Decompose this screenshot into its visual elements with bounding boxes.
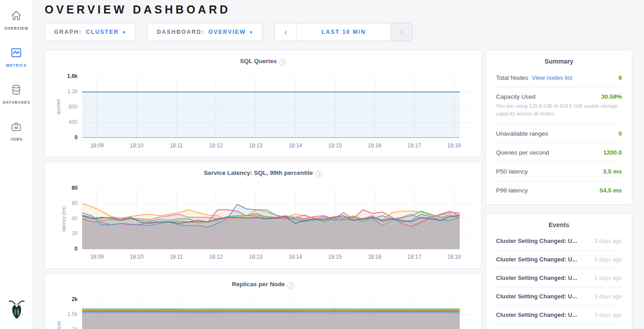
y-tick-label: 60 bbox=[72, 200, 78, 206]
sidebar-item-databases[interactable]: DATABASES bbox=[3, 82, 30, 111]
chart-canvas[interactable] bbox=[82, 77, 473, 138]
chart-title-text: SQL Queries bbox=[240, 58, 277, 64]
chart-title-service-latency: Service Latency: SQL, 99th percentilei bbox=[53, 169, 473, 178]
sidebar-item-jobs[interactable]: JOBS bbox=[3, 119, 30, 148]
event-name: Cluster Setting Changed: U... bbox=[496, 238, 577, 244]
x-tick-label: 18:14 bbox=[282, 254, 309, 260]
event-name: Cluster Setting Changed: U... bbox=[496, 274, 577, 281]
event-name: Cluster Setting Changed: U... bbox=[496, 256, 577, 263]
summary-row-label: P50 latency bbox=[496, 168, 528, 175]
x-tick-label: 18:11 bbox=[163, 142, 190, 149]
y-axis-label: replicas bbox=[56, 321, 61, 329]
sidebar-item-label: OVERVIEW bbox=[5, 26, 29, 31]
sidebar-item-label: DATABASES bbox=[3, 100, 30, 105]
chart-title-text: Replicas per Node bbox=[232, 281, 285, 288]
sidebar: OVERVIEWMETRICSDATABASESJOBS bbox=[0, 0, 33, 329]
chart-canvas[interactable] bbox=[82, 188, 473, 249]
summary-row-value: 3.5 ms bbox=[603, 168, 622, 175]
x-tick-label: 18:13 bbox=[242, 254, 269, 260]
time-range-value[interactable]: LAST 10 MIN bbox=[297, 23, 390, 41]
x-tick-label: 18:16 bbox=[361, 142, 388, 149]
x-axis: 18:0918:1018:1118:1218:1318:1418:1518:16… bbox=[82, 141, 473, 151]
chart-canvas[interactable] bbox=[82, 300, 473, 329]
main-content: OVERVIEW DASHBOARD GRAPH: CLUSTER ▾ DASH… bbox=[33, 0, 644, 329]
chart-plot-service-latency[interactable]: 020406080latency (ms)18:0918:1018:1118:1… bbox=[53, 188, 473, 262]
chart-panel-service-latency: Service Latency: SQL, 99th percentilei 0… bbox=[45, 162, 482, 269]
chart-plot-sql-queries[interactable]: 04008001.2k1.6kqueries18:0918:1018:1118:… bbox=[53, 77, 473, 151]
metrics-icon bbox=[10, 47, 22, 60]
event-row[interactable]: Cluster Setting Changed: U...3 days ago bbox=[496, 232, 622, 250]
x-tick-label: 18:10 bbox=[123, 142, 150, 149]
view-nodes-link[interactable]: View nodes list bbox=[532, 74, 572, 81]
sidebar-item-overview[interactable]: OVERVIEW bbox=[3, 8, 30, 37]
time-prev-button[interactable]: ‹ bbox=[275, 23, 297, 41]
charts-column: SQL Queriesi 04008001.2k1.6kqueries18:09… bbox=[45, 50, 482, 329]
event-row[interactable]: Cluster Setting Changed: U...3 days ago bbox=[496, 306, 622, 324]
x-tick-label: 18:10 bbox=[123, 254, 150, 260]
y-tick-label: 2k bbox=[72, 296, 78, 302]
controls-row: GRAPH: CLUSTER ▾ DASHBOARD: OVERVIEW ▾ ‹… bbox=[45, 23, 633, 41]
sidebar-item-metrics[interactable]: METRICS bbox=[3, 45, 30, 74]
x-tick-label: 18:11 bbox=[163, 254, 190, 260]
summary-panel: Summary Total NodesView nodes list6Capac… bbox=[486, 50, 632, 205]
chart-title-replicas-per-node: Replicas per Nodei bbox=[53, 281, 473, 289]
x-tick-label: 18:18 bbox=[440, 254, 468, 260]
chart-panel-sql-queries: SQL Queriesi 04008001.2k1.6kqueries18:09… bbox=[45, 50, 482, 157]
cockroach-bug-icon bbox=[7, 298, 27, 320]
chevron-down-icon: ▾ bbox=[250, 30, 253, 35]
x-tick-label: 18:17 bbox=[401, 254, 428, 260]
summary-row-label: Queries per second bbox=[496, 149, 549, 156]
summary-row: Queries per second1200.0 bbox=[496, 143, 622, 162]
event-name: Cluster Setting Changed: U... bbox=[496, 311, 577, 318]
info-icon[interactable]: i bbox=[315, 171, 322, 178]
event-row[interactable]: Cluster Setting Changed: U...3 days ago bbox=[496, 269, 622, 287]
chart-title-sql-queries: SQL Queriesi bbox=[53, 58, 473, 66]
graph-dropdown-value: CLUSTER bbox=[86, 29, 119, 35]
event-row[interactable]: Cluster Setting Changed: U...3 days ago bbox=[496, 250, 622, 269]
time-next-button[interactable]: › bbox=[390, 23, 412, 41]
summary-row-label: Total Nodes bbox=[496, 74, 528, 81]
x-axis: 18:0918:1018:1118:1218:1318:1418:1518:16… bbox=[82, 252, 473, 262]
dashboard-dropdown-value: OVERVIEW bbox=[208, 29, 246, 35]
y-tick-label: 1.5k bbox=[67, 311, 78, 317]
y-tick-label: 1k bbox=[72, 326, 78, 329]
dashboard-dropdown[interactable]: DASHBOARD: OVERVIEW ▾ bbox=[147, 23, 263, 41]
cockroach-logo[interactable] bbox=[7, 298, 27, 322]
x-tick-label: 18:17 bbox=[401, 142, 428, 149]
y-tick-label: 0 bbox=[74, 246, 78, 252]
events-title: Events bbox=[496, 221, 622, 228]
summary-row-value: 30.59% bbox=[601, 93, 622, 100]
event-row[interactable]: Cluster Setting Changed: U...3 days ago bbox=[496, 287, 622, 306]
page-title: OVERVIEW DASHBOARD bbox=[45, 0, 633, 16]
sidebar-item-label: METRICS bbox=[6, 63, 27, 68]
graph-dropdown[interactable]: GRAPH: CLUSTER ▾ bbox=[45, 23, 135, 41]
summary-row-value: 54.5 ms bbox=[599, 187, 622, 194]
x-tick-label: 18:18 bbox=[440, 142, 468, 149]
chart-plot-replicas-per-node[interactable]: 05001k1.5k2kreplicas18:0918:1018:1118:12… bbox=[53, 300, 473, 329]
x-tick-label: 18:16 bbox=[361, 254, 388, 260]
info-icon[interactable]: i bbox=[279, 59, 286, 66]
summary-row: P99 latency54.5 ms bbox=[496, 181, 622, 200]
right-column: Summary Total NodesView nodes list6Capac… bbox=[486, 50, 632, 329]
databases-icon bbox=[10, 84, 22, 97]
y-tick-label: 80 bbox=[72, 185, 78, 191]
event-time: 3 days ago bbox=[589, 275, 622, 281]
chevron-down-icon: ▾ bbox=[123, 30, 126, 35]
info-icon[interactable]: i bbox=[287, 282, 294, 289]
x-tick-label: 18:12 bbox=[203, 254, 230, 260]
x-tick-label: 18:12 bbox=[203, 142, 230, 149]
y-tick-label: 0 bbox=[74, 134, 78, 141]
x-tick-label: 18:15 bbox=[321, 254, 348, 260]
event-time: 3 days ago bbox=[589, 256, 622, 263]
summary-row-label: Unavailable ranges bbox=[496, 130, 548, 137]
event-time: 3 days ago bbox=[589, 238, 622, 244]
summary-row-value: 0 bbox=[618, 130, 622, 137]
y-axis-label: latency (ms) bbox=[61, 206, 66, 231]
home-icon bbox=[10, 10, 22, 23]
y-tick-label: 40 bbox=[72, 215, 78, 222]
dashboard-dropdown-label: DASHBOARD: bbox=[157, 29, 204, 35]
time-range-selector: ‹ LAST 10 MIN › bbox=[274, 23, 412, 41]
summary-row-value: 6 bbox=[618, 74, 622, 81]
event-row[interactable]: Cluster Setting Changed: U...3 days ago bbox=[496, 324, 622, 329]
events-panel: Events Cluster Setting Changed: U...3 da… bbox=[486, 214, 632, 329]
